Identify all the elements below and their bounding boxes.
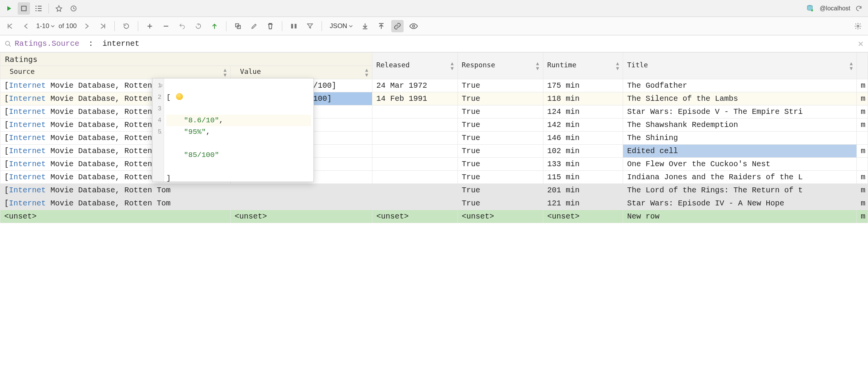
filter-funnel-icon[interactable] (304, 20, 316, 32)
column-group-ratings[interactable]: Ratings (0, 53, 372, 66)
cell-runtime[interactable]: 124 min (543, 105, 623, 118)
search-icon[interactable] (5, 40, 12, 47)
cell-source[interactable]: <unset> (0, 210, 231, 223)
cell-response[interactable]: True (458, 145, 543, 158)
cell-m[interactable] (857, 132, 868, 145)
table-row[interactable]: [Internet Movie Database, Rotten Tom Tru… (0, 118, 868, 132)
cell-released[interactable] (372, 105, 458, 118)
cell-released[interactable] (372, 184, 458, 197)
reload-icon[interactable] (120, 20, 132, 32)
cell-response[interactable]: True (458, 197, 543, 210)
link-icon[interactable] (391, 20, 404, 32)
cell-response[interactable]: True (458, 132, 543, 145)
delete-icon[interactable] (264, 20, 276, 32)
cell-response[interactable]: True (458, 105, 543, 118)
cell-released[interactable] (372, 171, 458, 184)
cell-released[interactable] (372, 197, 458, 210)
table-row[interactable]: [Internet Movie Database, Rotten Tomat [… (0, 79, 868, 92)
bulb-icon[interactable] (176, 93, 183, 100)
cell-runtime[interactable]: 201 min (543, 184, 623, 197)
cell-title[interactable]: One Flew Over the Cuckoo's Nest (623, 158, 857, 171)
first-page-icon[interactable] (4, 20, 16, 32)
cell-m[interactable]: m (857, 184, 868, 197)
column-source[interactable]: Source▲▼ (0, 66, 231, 79)
cell-released[interactable]: 24 Mar 1972 (372, 79, 458, 92)
cell-runtime[interactable]: 121 min (543, 197, 623, 210)
new-row[interactable]: <unset> <unset> <unset> <unset> <unset> … (0, 210, 868, 223)
cell-title[interactable]: The Silence of the Lambs (623, 92, 857, 105)
cell-title[interactable]: The Lord of the Rings: The Return of t (623, 184, 857, 197)
cell-json-editor[interactable]: 1 2 3 4 5 ⊟[ "8.6/10", "95%", "85/100" ⌞… (152, 78, 314, 182)
cell-m[interactable]: m (857, 145, 868, 158)
cell-runtime[interactable]: 133 min (543, 158, 623, 171)
column-response[interactable]: Response▲▼ (458, 53, 543, 79)
refresh-connection-icon[interactable] (853, 2, 865, 15)
cell-title[interactable]: Edited cell (623, 145, 857, 158)
cell-runtime[interactable]: <unset> (543, 210, 623, 223)
cell-response[interactable]: True (458, 79, 543, 92)
export-down-icon[interactable] (359, 20, 371, 32)
cell-title[interactable]: The Shawshank Redemption (623, 118, 857, 132)
cell-released[interactable] (372, 118, 458, 132)
cell-m[interactable]: m (857, 197, 868, 210)
table-row[interactable]: [Internet Movie Database, Rotten Tom Tru… (0, 197, 868, 210)
cell-runtime[interactable]: 175 min (543, 79, 623, 92)
submit-up-icon[interactable] (208, 20, 221, 32)
cell-released[interactable]: <unset> (372, 210, 458, 223)
column-extra[interactable] (857, 53, 868, 79)
settings-gear-icon[interactable] (852, 20, 864, 32)
table-row[interactable]: [Internet Movie Database, Rotten Tom Tru… (0, 158, 868, 171)
cell-response[interactable]: True (458, 118, 543, 132)
history-icon[interactable] (67, 2, 80, 15)
cell-m[interactable] (857, 158, 868, 171)
cell-m[interactable]: m (857, 210, 868, 223)
cell-m[interactable]: m (857, 105, 868, 118)
column-title[interactable]: Title▲▼ (623, 53, 857, 79)
table-row[interactable]: [Internet Movie Database, Rotten Tom Tru… (0, 145, 868, 158)
cell-released[interactable]: 14 Feb 1991 (372, 92, 458, 105)
cell-title[interactable]: The Godfather (623, 79, 857, 92)
remove-row-icon[interactable] (160, 20, 172, 32)
commit-icon[interactable] (192, 20, 204, 32)
column-runtime[interactable]: Runtime▲▼ (543, 53, 623, 79)
cell-m[interactable]: m (857, 171, 868, 184)
cell-response[interactable]: <unset> (458, 210, 543, 223)
column-released[interactable]: Released▲▼ (372, 53, 458, 79)
table-row[interactable]: [Internet Movie Database, Rotten Tom Tru… (0, 105, 868, 118)
cell-title[interactable]: Star Wars: Episode V - The Empire Stri (623, 105, 857, 118)
compare-icon[interactable] (288, 20, 300, 32)
cell-response[interactable]: True (458, 158, 543, 171)
cell-title[interactable]: The Shining (623, 132, 857, 145)
table-row[interactable]: [Internet Movie Database, Rotten Tom Tru… (0, 132, 868, 145)
cell-released[interactable] (372, 145, 458, 158)
clone-row-icon[interactable] (232, 20, 244, 32)
cell-response[interactable]: True (458, 92, 543, 105)
view-format-dropdown[interactable]: JSON (327, 21, 355, 32)
cell-runtime[interactable]: 146 min (543, 132, 623, 145)
run-icon[interactable] (3, 2, 15, 15)
close-icon[interactable] (858, 41, 863, 47)
cell-response[interactable]: True (458, 184, 543, 197)
prev-page-icon[interactable] (20, 20, 32, 32)
cell-title[interactable]: Star Wars: Episode IV - A New Hope (623, 197, 857, 210)
table-row[interactable]: [Internet Movie Database, Rotten Tomat [… (0, 92, 868, 105)
page-range-dropdown[interactable]: 1-10 (36, 22, 55, 30)
cell-released[interactable] (372, 132, 458, 145)
filter-expression[interactable]: Ratings.Source : internet (15, 39, 139, 48)
list-icon[interactable] (32, 2, 45, 15)
eye-icon[interactable] (407, 20, 420, 32)
cell-title[interactable]: Indiana Jones and the Raiders of the L (623, 171, 857, 184)
import-up-icon[interactable] (375, 20, 387, 32)
star-icon[interactable] (53, 2, 65, 15)
last-page-icon[interactable] (97, 20, 109, 32)
revert-icon[interactable] (176, 20, 188, 32)
json-body[interactable]: ⊟[ "8.6/10", "95%", "85/100" ⌞] (164, 78, 313, 182)
cell-runtime[interactable]: 102 min (543, 145, 623, 158)
cell-m[interactable]: m (857, 79, 868, 92)
stop-icon[interactable] (18, 2, 30, 15)
cell-runtime[interactable]: 115 min (543, 171, 623, 184)
cell-runtime[interactable]: 142 min (543, 118, 623, 132)
edit-icon[interactable] (248, 20, 260, 32)
cell-m[interactable]: m (857, 92, 868, 105)
cell-response[interactable]: True (458, 171, 543, 184)
